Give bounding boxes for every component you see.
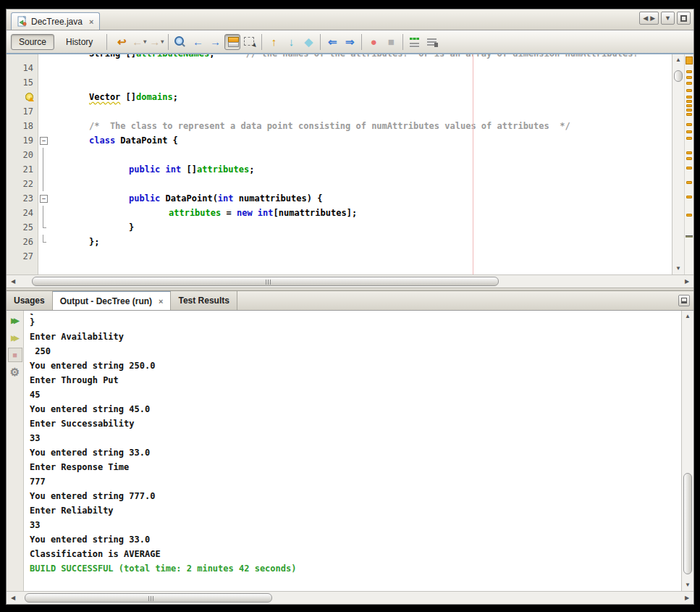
history-view-button[interactable]: History bbox=[59, 34, 100, 50]
scroll-tabs-button[interactable]: ◀ ▶ bbox=[639, 12, 659, 25]
fold-marker[interactable] bbox=[38, 206, 49, 220]
toggle-bookmark-icon[interactable]: ◆ bbox=[300, 34, 316, 50]
editor-horizontal-scrollbar[interactable]: ◀ ▶ bbox=[7, 274, 693, 288]
console-line: BUILD SUCCESSFUL (total time: 2 minutes … bbox=[30, 561, 681, 576]
scroll-left-icon[interactable]: ◀ bbox=[8, 277, 18, 287]
warning-stripe-mark[interactable] bbox=[686, 89, 692, 92]
code-line bbox=[49, 75, 672, 90]
warning-stripe-mark[interactable] bbox=[686, 123, 692, 126]
warning-stripe-mark[interactable] bbox=[686, 113, 692, 116]
warning-stripe-mark[interactable] bbox=[686, 109, 692, 112]
ide-window: DecTree.java × ◀ ▶ ▼ Source History ↩←▾→… bbox=[6, 9, 694, 605]
warning-stripe-mark[interactable] bbox=[686, 70, 692, 73]
error-stripe[interactable] bbox=[684, 54, 693, 274]
warning-stripe-mark[interactable] bbox=[686, 157, 692, 160]
warning-stripe-mark[interactable] bbox=[686, 137, 692, 140]
opened-documents-dropdown-button[interactable]: ▼ bbox=[661, 12, 675, 25]
fold-marker[interactable] bbox=[38, 177, 49, 191]
stop-macro-recording-icon[interactable]: ■ bbox=[383, 34, 399, 50]
editor-vertical-scrollbar[interactable]: ▲ ▼ bbox=[672, 54, 684, 274]
output-vertical-scrollbar[interactable]: ▲ ▼ bbox=[681, 311, 693, 591]
forward-icon[interactable]: →▾ bbox=[148, 34, 164, 50]
code-editor[interactable]: String []attributeNames; // the names of… bbox=[49, 54, 672, 274]
warning-stripe-mark[interactable] bbox=[686, 104, 692, 107]
console-line: 250 bbox=[30, 344, 681, 359]
warning-stripe-mark[interactable] bbox=[686, 96, 692, 98]
shift-line-right-icon[interactable]: ⇒ bbox=[342, 34, 358, 50]
output-panel: UsagesOutput - DecTree (run)×Test Result… bbox=[7, 291, 693, 604]
find-previous-icon[interactable]: ← bbox=[190, 34, 206, 50]
line-number: 23 bbox=[7, 191, 38, 206]
line-number: 19 bbox=[7, 133, 38, 148]
output-tab-usages[interactable]: Usages bbox=[7, 291, 53, 310]
dropdown-icon: ▼ bbox=[665, 14, 671, 22]
warning-stripe-mark[interactable] bbox=[686, 100, 692, 103]
scroll-down-icon[interactable]: ▼ bbox=[683, 580, 693, 590]
output-console[interactable]: }}Enter Availability 250You entered stri… bbox=[24, 311, 681, 591]
rerun-with-different-parameters-icon[interactable]: ▶▶ bbox=[8, 330, 22, 345]
toggle-highlight-search-icon[interactable] bbox=[224, 34, 240, 50]
toolbar-separator bbox=[106, 34, 107, 50]
stop-run-icon[interactable]: ■ bbox=[8, 348, 22, 362]
tab-close-icon[interactable]: × bbox=[89, 17, 93, 26]
scroll-down-icon[interactable]: ▼ bbox=[673, 264, 683, 274]
scroll-right-icon[interactable]: ▶ bbox=[682, 593, 692, 603]
output-hscroll-thumb[interactable] bbox=[25, 593, 272, 603]
scroll-left-icon[interactable]: ◀ bbox=[643, 14, 648, 22]
warning-bulb-icon[interactable] bbox=[25, 93, 33, 101]
tab-dectree-java[interactable]: DecTree.java × bbox=[11, 12, 100, 30]
comment-icon[interactable] bbox=[407, 34, 423, 50]
caret-position-mark[interactable] bbox=[686, 235, 693, 238]
scroll-left-icon[interactable]: ◀ bbox=[8, 593, 18, 603]
shift-line-left-icon[interactable]: ⇐ bbox=[324, 34, 340, 50]
scroll-up-icon[interactable]: ▲ bbox=[673, 55, 683, 65]
warning-stripe-mark[interactable] bbox=[686, 130, 692, 133]
fold-marker[interactable] bbox=[38, 191, 49, 206]
file-status-warning-mark[interactable] bbox=[686, 56, 693, 64]
fold-marker[interactable] bbox=[38, 220, 49, 235]
output-vscroll-thumb[interactable] bbox=[683, 473, 692, 574]
rerun-icon[interactable]: ▶▶ bbox=[8, 313, 22, 327]
warning-stripe-mark[interactable] bbox=[686, 181, 692, 184]
java-file-icon bbox=[17, 16, 28, 27]
editor-hscroll-thumb[interactable] bbox=[32, 277, 499, 286]
console-line: 33 bbox=[30, 431, 681, 445]
fold-marker[interactable] bbox=[38, 133, 49, 148]
output-tab-test-results[interactable]: Test Results bbox=[171, 291, 237, 310]
line-number: 24 bbox=[7, 206, 38, 220]
start-macro-recording-icon[interactable]: ● bbox=[366, 34, 381, 50]
code-line: String []attributeNames; // the names of… bbox=[49, 54, 672, 61]
source-view-button[interactable]: Source bbox=[11, 34, 54, 50]
next-bookmark-icon[interactable]: ↓ bbox=[283, 34, 299, 50]
maximize-window-button[interactable] bbox=[677, 12, 691, 25]
warning-stripe-mark[interactable] bbox=[686, 82, 692, 85]
tab-close-icon[interactable]: × bbox=[159, 297, 163, 306]
minimize-output-button[interactable] bbox=[678, 295, 690, 306]
fold-marker[interactable] bbox=[38, 148, 49, 162]
find-icon[interactable] bbox=[172, 34, 188, 50]
output-horizontal-scrollbar[interactable]: ◀ ▶ bbox=[7, 591, 693, 604]
uncomment-icon[interactable] bbox=[424, 34, 440, 50]
ant-settings-icon[interactable]: ⚙ bbox=[8, 365, 22, 380]
find-next-icon[interactable]: → bbox=[207, 34, 223, 50]
output-tab-output-dectree-run-[interactable]: Output - DecTree (run)× bbox=[53, 291, 172, 310]
back-icon[interactable]: ←▾ bbox=[131, 34, 147, 50]
warning-stripe-mark[interactable] bbox=[686, 151, 692, 154]
fold-space bbox=[38, 61, 49, 75]
output-action-gutter: ▶▶▶▶■⚙ bbox=[7, 311, 24, 591]
code-line: public DataPoint(int numattributes) { bbox=[49, 191, 672, 206]
last-edit-location-icon[interactable]: ↩ bbox=[114, 34, 130, 50]
editor-vscroll-thumb[interactable] bbox=[674, 70, 683, 82]
scroll-up-icon[interactable]: ▲ bbox=[683, 311, 693, 322]
warning-stripe-mark[interactable] bbox=[686, 167, 692, 169]
fold-marker[interactable] bbox=[38, 162, 49, 177]
scroll-right-icon[interactable]: ▶ bbox=[682, 277, 692, 287]
previous-bookmark-icon[interactable]: ↑ bbox=[266, 34, 282, 50]
toolbar-separator bbox=[320, 34, 321, 50]
toggle-rectangular-selection-icon[interactable] bbox=[242, 34, 258, 50]
warning-stripe-mark[interactable] bbox=[686, 76, 692, 79]
scroll-right-icon[interactable]: ▶ bbox=[650, 14, 655, 22]
warning-stripe-mark[interactable] bbox=[686, 196, 692, 198]
warning-stripe-mark[interactable] bbox=[686, 214, 692, 217]
fold-marker[interactable] bbox=[38, 235, 49, 249]
